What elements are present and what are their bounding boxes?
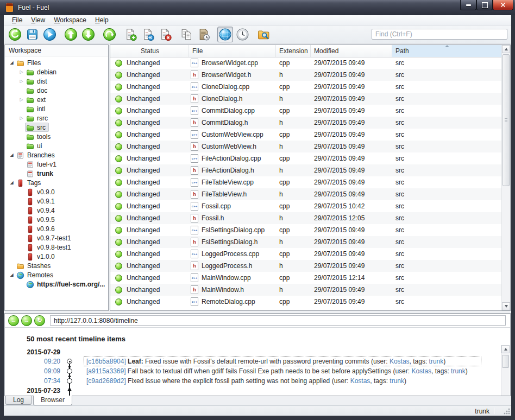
maximize-button[interactable] [476, 0, 493, 10]
timeline-commit-c16b5a8904[interactable]: 09:20[c16b5a8904] Leaf: Fixed issue with… [19, 357, 481, 366]
refresh-button[interactable] [7, 27, 23, 42]
tree-item-doc[interactable]: doc [5, 86, 108, 95]
title-bar[interactable]: Fuel - Fuel [0, 0, 515, 15]
file-row-commitdialog-cpp[interactable]: Unchangedc++CommitDialog.cppcpp29/07/201… [110, 105, 501, 117]
tree-item-intl[interactable]: intl [5, 104, 108, 113]
tree-item-rsrc[interactable]: ▷rsrc [5, 113, 108, 123]
collapse-arrow-icon[interactable]: ◢ [8, 150, 15, 160]
file-row-fossil-cpp[interactable]: Unchangedc++Fossil.cppcpp29/07/2015 10:4… [110, 200, 501, 212]
tree-item-src[interactable]: src [5, 123, 108, 132]
commit-tag-link[interactable]: trunk [390, 377, 404, 385]
timeline-commit-a9115a3369[interactable]: 09:09[a9115a3369] Fall back to textual d… [19, 366, 481, 376]
commit-tag-link[interactable]: trunk [429, 358, 444, 365]
file-row-customwebview-h[interactable]: UnchangedhCustomWebView.hh29/07/2015 09:… [110, 141, 501, 152]
commit-tag-link[interactable]: trunk [451, 367, 466, 375]
tree-item-debian[interactable]: ▷debian [5, 67, 108, 77]
file-row-loggedprocess-h[interactable]: UnchangedhLoggedProcess.hh29/07/2015 09:… [110, 260, 501, 272]
commit-entry[interactable]: [c9ad2689d2] Fixed issue where the expli… [84, 377, 481, 385]
file-row-clonedialog-h[interactable]: UnchangedhCloneDialog.hh29/07/2015 09:49… [110, 93, 501, 105]
tree-item-tags[interactable]: ◢Tags [5, 178, 108, 187]
tree-item-fuel-v1[interactable]: fuel-v1 [5, 160, 108, 169]
expand-arrow-icon[interactable]: ▷ [18, 95, 25, 104]
tab-browser[interactable]: Browser [33, 396, 72, 405]
reload-button[interactable]: ↻ [34, 315, 45, 326]
resize-grip[interactable] [503, 408, 510, 415]
update-button[interactable] [102, 27, 117, 42]
file-row-clonedialog-cpp[interactable]: Unchangedc++CloneDialog.cppcpp29/07/2015… [110, 81, 501, 93]
tree-item-v0-9-6[interactable]: v0.9.6 [5, 224, 108, 233]
tree-item-v0-9-1[interactable]: v0.9.1 [5, 196, 108, 206]
tree-item-v1-0-0[interactable]: v1.0.0 [5, 252, 108, 261]
file-row-commitdialog-h[interactable]: UnchangedhCommitDialog.hh29/07/2015 09:4… [110, 117, 501, 129]
commit-entry[interactable]: [c16b5a8904] Leaf: Fixed issue with Foss… [84, 357, 481, 366]
column-header-path[interactable]: Path [392, 45, 501, 57]
file-row-customwebview-cpp[interactable]: Unchangedc++CustomWebView.cppcpp29/07/20… [110, 129, 501, 141]
commit-button[interactable] [24, 27, 40, 42]
collapse-arrow-icon[interactable]: ◢ [8, 270, 15, 279]
menu-view[interactable]: View [27, 15, 49, 25]
file-row-fslsettingsdialog-cpp[interactable]: Unchangedc++FslSettingsDialog.cppcpp29/0… [110, 224, 501, 236]
run-button[interactable] [42, 27, 58, 42]
menu-help[interactable]: Help [91, 15, 113, 25]
commit-entry[interactable]: [a9115a3369] Fall back to textual diff w… [84, 367, 481, 376]
open-folder-button[interactable] [256, 27, 272, 42]
minimize-button[interactable] [460, 0, 476, 10]
pull-button[interactable] [80, 27, 96, 42]
tree-item-files[interactable]: ◢Files [5, 58, 108, 67]
file-row-browserwidget-h[interactable]: UnchangedhBrowserWidget.hh29/07/2015 09:… [110, 69, 501, 81]
scroll-up-button[interactable] [501, 345, 510, 353]
back-button[interactable]: ← [8, 315, 19, 326]
commit-time-link[interactable]: 09:20 [19, 358, 61, 365]
collapse-arrow-icon[interactable]: ◢ [8, 58, 15, 67]
tree-item-trunk[interactable]: trunk [5, 169, 108, 178]
delete-files-button[interactable] [158, 27, 173, 42]
commit-user-link[interactable]: Kostas [390, 358, 410, 365]
timeline-commit-c9ad2689d2[interactable]: 07:34[c9ad2689d2] Fixed issue where the … [19, 376, 481, 386]
timeline-button[interactable] [235, 27, 250, 42]
commit-time-link[interactable]: 09:09 [19, 367, 61, 375]
forward-button[interactable]: → [21, 315, 32, 326]
tree-item-stashes[interactable]: Stashes [5, 261, 108, 270]
file-row-loggedprocess-cpp[interactable]: Unchangedc++LoggedProcess.cppcpp29/07/20… [110, 248, 501, 260]
expand-arrow-icon[interactable]: ▷ [18, 77, 25, 86]
expand-arrow-icon[interactable]: ▷ [18, 67, 25, 77]
push-button[interactable] [63, 27, 79, 42]
scroll-up-button[interactable] [502, 45, 510, 53]
file-row-fileactiondialog-cpp[interactable]: Unchangedc++FileActionDialog.cppcpp29/07… [110, 152, 501, 164]
file-row-fslsettingsdialog-h[interactable]: UnchangedhFslSettingsDialog.hh29/07/2015… [110, 236, 501, 248]
file-row-mainwindow-cpp[interactable]: Unchangedc++MainWindow.cppcpp29/07/2015 … [110, 272, 501, 284]
tree-item-v0-9-7-test1[interactable]: v0.9.7-test1 [5, 233, 108, 243]
file-row-mainwindow-h[interactable]: UnchangedhMainWindow.hh29/07/2015 09:49s… [110, 284, 501, 296]
tree-item-https-fuel-scm-org[interactable]: https://fuel-scm.org/... [5, 279, 108, 289]
revert-files-button[interactable] [140, 27, 156, 42]
browser-scrollbar[interactable] [501, 345, 510, 396]
tree-item-tools[interactable]: tools [5, 132, 108, 141]
file-row-remotedialog-cpp[interactable]: Unchangedc++RemoteDialog.cppcpp29/07/201… [110, 296, 501, 308]
table-scrollbar[interactable] [501, 45, 510, 310]
file-row-browserwidget-cpp[interactable]: Unchangedc++BrowserWidget.cppcpp29/07/20… [110, 57, 501, 69]
file-row-filetableview-h[interactable]: UnchangedhFileTableView.hh29/07/2015 09:… [110, 188, 501, 200]
tree-item-v0-9-0[interactable]: v0.9.0 [5, 187, 108, 196]
file-row-fileactiondialog-h[interactable]: UnchangedhFileActionDialog.hh29/07/2015 … [110, 164, 501, 176]
close-button[interactable] [493, 0, 513, 10]
column-header-extension[interactable]: Extension [276, 45, 311, 57]
column-header-status[interactable]: Status [110, 45, 189, 57]
file-row-filetableview-cpp[interactable]: Unchangedc++FileTableView.cppcpp29/07/20… [110, 176, 501, 188]
commit-user-link[interactable]: Kostas [411, 367, 431, 375]
history-button[interactable] [196, 27, 212, 42]
column-header-file[interactable]: File [189, 45, 276, 57]
commit-hash-link[interactable]: [c16b5a8904] [86, 358, 126, 365]
tree-item-remotes[interactable]: ◢Remotes [5, 270, 108, 279]
tree-item-dist[interactable]: ▷dist [5, 77, 108, 86]
tree-item-v0-9-4[interactable]: v0.9.4 [5, 206, 108, 215]
collapse-arrow-icon[interactable]: ◢ [8, 178, 15, 187]
tree-item-v0-9-8-test1[interactable]: v0.9.8-test1 [5, 243, 108, 252]
url-input[interactable] [50, 315, 506, 326]
tab-log[interactable]: Log [5, 396, 32, 405]
tree-item-ext[interactable]: ▷ext [5, 95, 108, 104]
add-files-button[interactable] [123, 27, 139, 42]
commit-hash-link[interactable]: [a9115a3369] [86, 367, 126, 375]
tree-item-v0-9-5[interactable]: v0.9.5 [5, 215, 108, 224]
tree-item-ui[interactable]: ui [5, 141, 108, 150]
column-header-modified[interactable]: Modified [311, 45, 392, 57]
